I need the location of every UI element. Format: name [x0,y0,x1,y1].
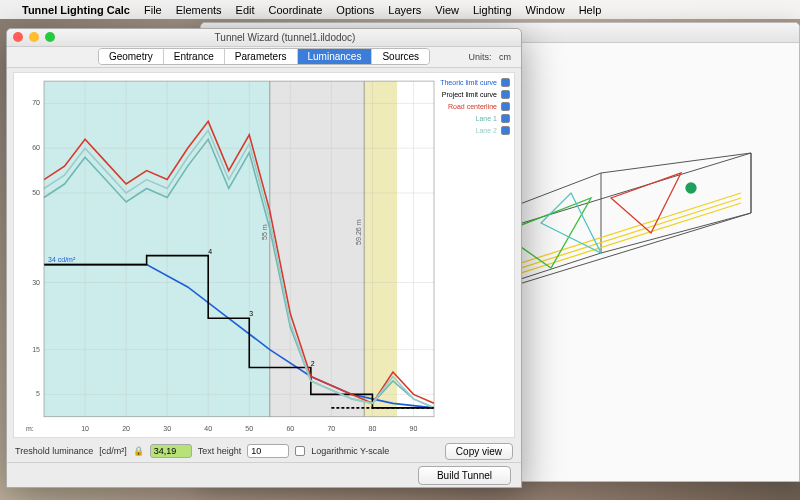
svg-text:80: 80 [369,425,377,432]
svg-point-0 [686,183,696,193]
svg-text:70: 70 [327,425,335,432]
tunnel-wizard-window: Tunnel Wizard (tunnel1.ildodoc) Geometry… [6,28,522,488]
legend-cb-3[interactable] [501,114,510,123]
menu-window[interactable]: Window [526,4,565,16]
svg-text:50: 50 [32,189,40,196]
minimize-icon[interactable] [29,32,39,42]
front-titlebar[interactable]: Tunnel Wizard (tunnel1.ildodoc) [7,29,521,47]
svg-text:20: 20 [122,425,130,432]
text-height-label: Text height [198,446,242,456]
svg-text:34 cd/m²: 34 cd/m² [48,255,76,262]
svg-text:70: 70 [32,99,40,106]
luminance-plot[interactable]: 10203040506070809051530506070m:55 m59.26… [13,72,515,438]
legend-cb-4[interactable] [501,126,510,135]
tab-entrance[interactable]: Entrance [164,49,225,64]
tab-sources[interactable]: Sources [372,49,429,64]
copy-view-button[interactable]: Copy view [445,443,513,460]
svg-text:60: 60 [286,425,294,432]
svg-text:m:: m: [26,425,34,432]
menu-options[interactable]: Options [336,4,374,16]
svg-text:60: 60 [32,144,40,151]
tab-luminances[interactable]: Luminances [298,49,373,64]
log-scale-label: Logarithmic Y-scale [311,446,389,456]
log-scale-checkbox[interactable] [295,446,305,456]
tab-geometry[interactable]: Geometry [99,49,164,64]
menu-elements[interactable]: Elements [176,4,222,16]
svg-rect-2 [270,81,364,417]
svg-text:4: 4 [208,247,212,254]
controls-row: Treshold luminance [cd/m²] 🔒 Text height… [7,440,521,463]
tab-bar: Geometry Entrance Parameters Luminances … [98,48,430,65]
menu-edit[interactable]: Edit [236,4,255,16]
close-icon[interactable] [13,32,23,42]
tab-parameters[interactable]: Parameters [225,49,298,64]
svg-text:90: 90 [410,425,418,432]
bottom-row: Build Tunnel [7,462,521,487]
legend: Theoric limit curve Project limit curve … [440,77,510,137]
legend-cb-0[interactable] [501,78,510,87]
mac-menubar: Tunnel Lighting Calc File Elements Edit … [0,0,800,19]
svg-text:59.26 m: 59.26 m [355,219,362,245]
svg-text:2: 2 [311,359,315,366]
tab-row: Geometry Entrance Parameters Luminances … [7,47,521,68]
menu-lighting[interactable]: Lighting [473,4,512,16]
window-title: Tunnel Wizard (tunnel1.ildodoc) [55,32,515,43]
app-name[interactable]: Tunnel Lighting Calc [22,4,130,16]
svg-text:10: 10 [81,425,89,432]
zoom-icon[interactable] [45,32,55,42]
legend-cb-2[interactable] [501,102,510,111]
svg-text:15: 15 [32,345,40,352]
legend-cb-1[interactable] [501,90,510,99]
svg-text:55 m: 55 m [261,224,268,240]
menu-help[interactable]: Help [579,4,602,16]
menu-file[interactable]: File [144,4,162,16]
svg-text:30: 30 [163,425,171,432]
svg-text:3: 3 [249,310,253,317]
plot-svg: 10203040506070809051530506070m:55 m59.26… [14,73,514,437]
treshold-unit: [cd/m²] [99,446,127,456]
svg-rect-1 [44,81,270,417]
units-readout: Units: cm [468,52,511,62]
menu-layers[interactable]: Layers [388,4,421,16]
svg-text:30: 30 [32,278,40,285]
lock-icon[interactable]: 🔒 [133,446,144,456]
svg-text:40: 40 [204,425,212,432]
svg-text:5: 5 [36,390,40,397]
treshold-label: Treshold luminance [15,446,93,456]
text-height-input[interactable] [247,444,289,458]
menu-view[interactable]: View [435,4,459,16]
svg-rect-3 [364,81,397,417]
build-tunnel-button[interactable]: Build Tunnel [418,466,511,485]
menu-coordinate[interactable]: Coordinate [269,4,323,16]
treshold-input[interactable] [150,444,192,458]
svg-text:50: 50 [245,425,253,432]
